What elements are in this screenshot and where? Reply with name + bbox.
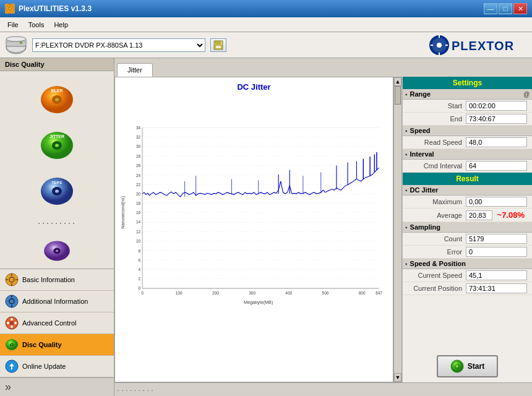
cmd-interval-value[interactable]: 64: [466, 161, 527, 171]
svg-point-15: [437, 43, 442, 48]
menu-tools[interactable]: Tools: [24, 20, 49, 30]
nav-advanced-control-label: Advanced Control: [22, 319, 76, 327]
section-dc-jitter-result: ▪ DC Jitter: [403, 185, 532, 196]
drive-selector[interactable]: F:PLEXTOR DVDR PX-880SA 1.13: [32, 38, 205, 52]
svg-text:8: 8: [139, 249, 141, 253]
sidebar: Disc Quality BLER: [0, 58, 114, 396]
collapse-sampling-icon[interactable]: ▪: [405, 224, 408, 231]
nav-disc-quality[interactable]: Disc Quality: [0, 334, 114, 356]
expand-sidebar-icon[interactable]: »: [5, 381, 11, 393]
count-label: Count: [410, 235, 466, 243]
collapse-range-icon[interactable]: ▪: [405, 91, 408, 98]
svg-text:26: 26: [136, 163, 141, 168]
scroll-up-btn[interactable]: ▲: [394, 77, 401, 86]
svg-text:200: 200: [212, 291, 219, 295]
tab-jitter[interactable]: Jitter: [117, 63, 153, 77]
settings-panel: Settings ▪ Range @ Start 00:02:00 End 73…: [402, 77, 532, 382]
maximum-value: 0,00: [466, 197, 527, 207]
svg-text:647: 647: [375, 291, 382, 295]
save-button[interactable]: [210, 38, 226, 52]
plextor-logo-svg: PLEXTOR: [428, 33, 527, 58]
svg-point-31: [56, 249, 58, 251]
menu-file[interactable]: File: [2, 20, 24, 30]
start-button[interactable]: Start: [437, 355, 498, 377]
sidebar-title: Disc Quality: [0, 58, 114, 71]
svg-point-27: [55, 190, 59, 193]
chart-title: DC Jitter: [120, 82, 388, 92]
cmd-interval-label: Cmd Interval: [410, 162, 466, 170]
svg-text:TE/FE: TE/FE: [51, 181, 62, 184]
svg-rect-12: [216, 46, 221, 48]
tab-bar: Jitter: [114, 58, 532, 77]
interval-label: Interval: [410, 150, 434, 158]
field-read-speed: Read Speed 48,0: [403, 136, 532, 149]
field-current-position: Current Position 73:41:31: [403, 282, 532, 295]
chart-scrollbar[interactable]: ▲ ▼: [393, 77, 402, 382]
maximize-button[interactable]: □: [499, 3, 512, 14]
end-label: End: [410, 115, 466, 123]
collapse-dc-jitter-icon[interactable]: ▪: [405, 187, 408, 194]
svg-text:16: 16: [136, 210, 141, 215]
svg-text:2: 2: [139, 277, 141, 281]
collapse-interval-icon[interactable]: ▪: [405, 151, 408, 158]
extra-icon-item[interactable]: [17, 235, 97, 264]
app-title: PlexUTILITIES v1.3.3: [19, 4, 92, 13]
field-average: Average 20,83 ~7.08%: [403, 209, 532, 222]
settings-header: Settings: [403, 77, 532, 89]
svg-text:BLER: BLER: [51, 88, 62, 93]
svg-text:34: 34: [136, 126, 141, 130]
bler-icon-item[interactable]: BLER: [17, 76, 97, 119]
average-label: Average: [410, 212, 466, 219]
svg-point-43: [10, 321, 14, 325]
scroll-down-btn[interactable]: ▼: [394, 373, 401, 382]
minimize-button[interactable]: —: [484, 3, 497, 14]
disc-quality-nav-icon: [5, 338, 19, 351]
svg-rect-10: [215, 41, 220, 44]
svg-text:PLEXTOR: PLEXTOR: [452, 39, 514, 53]
section-speed-position: ▪ Speed & Position: [403, 259, 532, 269]
speed-label: Speed: [410, 127, 431, 134]
tefe-icon-item[interactable]: TE/FE: [17, 168, 97, 212]
svg-text:24: 24: [136, 173, 141, 178]
app-icon: [5, 4, 15, 14]
additional-info-icon: [5, 295, 19, 308]
close-button[interactable]: ✕: [513, 3, 527, 14]
maximum-label: Maximum: [410, 198, 466, 205]
dc-jitter-result-label: DC Jitter: [410, 186, 439, 194]
titlebar: PlexUTILITIES v1.3.3 — □ ✕: [0, 0, 532, 17]
nav-basic-information[interactable]: Basic Information: [0, 269, 114, 291]
bler-disc-svg: BLER: [38, 81, 75, 115]
more-dots: ·········: [35, 214, 79, 232]
range-at-symbol: @: [523, 91, 530, 98]
svg-text:18: 18: [136, 201, 141, 205]
field-count: Count 5179: [403, 233, 532, 246]
svg-point-7: [6, 37, 26, 41]
start-value[interactable]: 00:02:00: [466, 101, 527, 111]
collapse-speed-pos-icon[interactable]: ▪: [405, 260, 408, 267]
read-speed-value[interactable]: 48,0: [466, 137, 527, 147]
section-interval: ▪ Interval: [403, 149, 532, 160]
menu-help[interactable]: Help: [49, 20, 73, 30]
jitter-icon-item[interactable]: JITTER: [17, 122, 97, 165]
end-value[interactable]: 73:40:67: [466, 114, 527, 124]
start-icon: [450, 359, 464, 373]
scroll-thumb[interactable]: [395, 86, 401, 105]
svg-text:0: 0: [139, 286, 141, 290]
toolbar: F:PLEXTOR DVDR PX-880SA 1.13 PLEXTOR: [0, 32, 532, 58]
save-icon: [213, 40, 223, 50]
svg-text:JITTER: JITTER: [49, 134, 64, 139]
nav-online-update[interactable]: Online Update: [0, 356, 114, 377]
nav-additional-information[interactable]: Additional Information: [0, 291, 114, 312]
collapse-speed-icon[interactable]: ▪: [405, 127, 408, 134]
error-label: Error: [410, 248, 466, 256]
nav-disc-quality-label: Disc Quality: [22, 341, 62, 348]
extra-disc-svg: [41, 237, 72, 262]
svg-text:0: 0: [141, 291, 144, 295]
section-range: ▪ Range @: [403, 89, 532, 100]
svg-text:30: 30: [136, 144, 141, 148]
nav-advanced-control[interactable]: Advanced Control: [0, 312, 114, 334]
sampling-label: Sampling: [410, 223, 441, 231]
svg-text:300: 300: [249, 291, 255, 295]
field-start: Start 00:02:00: [403, 100, 532, 113]
svg-point-8: [20, 41, 22, 44]
